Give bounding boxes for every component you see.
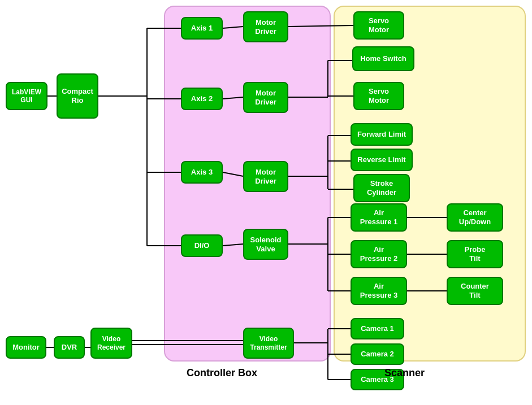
scanner-label: Scanner	[384, 367, 425, 379]
axis3-box: Axis 3	[181, 161, 223, 184]
diagram: LabVIEW GUI CompactRio Axis 1 Axis 2 Axi…	[0, 0, 532, 405]
camera2-box: Camera 2	[351, 343, 404, 365]
labview-gui-box: LabVIEW GUI	[6, 82, 47, 110]
air-pressure2-box: AirPressure 2	[351, 240, 407, 268]
probe-tilt-box: ProbeTilt	[447, 240, 503, 268]
motor-driver3-box: MotorDriver	[243, 161, 288, 192]
counter-tilt-box: CounterTilt	[447, 277, 503, 305]
air-pressure3-box: AirPressure 3	[351, 277, 407, 305]
monitor-box: Monitor	[6, 336, 46, 359]
motor-driver2-box: MotorDriver	[243, 82, 288, 113]
dvr-box: DVR	[54, 336, 85, 359]
video-transmitter-box: VideoTransmitter	[243, 328, 294, 359]
controller-label: Controller Box	[187, 367, 257, 379]
axis1-box: Axis 1	[181, 17, 223, 40]
stroke-cylinder-box: StrokeCylinder	[353, 174, 410, 202]
video-receiver-box: VideoReceiver	[90, 328, 132, 359]
motor-driver1-box: MotorDriver	[243, 11, 288, 42]
solenoid-valve-box: SolenoidValve	[243, 229, 288, 260]
reverse-limit-box: Reverse Limit	[351, 149, 413, 171]
forward-limit-box: Forward Limit	[351, 123, 413, 146]
air-pressure1-box: AirPressure 1	[351, 203, 407, 232]
dio-box: DI/O	[181, 234, 223, 257]
camera1-box: Camera 1	[351, 318, 404, 339]
axis2-box: Axis 2	[181, 88, 223, 110]
home-switch-box: Home Switch	[352, 46, 414, 71]
compact-rio-box: CompactRio	[57, 73, 98, 119]
servo-motor2-box: ServoMotor	[353, 82, 404, 110]
center-updown-box: CenterUp/Down	[447, 203, 503, 232]
servo-motor1-box: ServoMotor	[353, 11, 404, 40]
